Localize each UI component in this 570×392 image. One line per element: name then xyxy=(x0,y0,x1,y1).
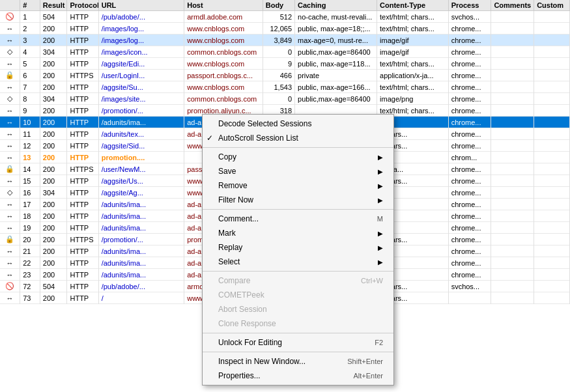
row-custom xyxy=(534,70,570,81)
menu-label-replay: Replay xyxy=(218,243,242,252)
menu-shortcut-properties: Alt+Enter xyxy=(353,372,383,380)
row-num: 19 xyxy=(20,222,40,234)
row-url: /adunits/ima... xyxy=(98,210,184,222)
row-icon-cell: ◇ xyxy=(0,187,20,199)
row-process: chrom... xyxy=(448,152,491,163)
table-row[interactable]: 🔒6200HTTPS/user/LoginI...passport.cnblog… xyxy=(0,70,570,81)
table-row[interactable]: ◇8304HTTP/images/site...common.cnblogs.c… xyxy=(0,93,570,105)
menu-label-mark: Mark xyxy=(218,229,236,238)
table-row[interactable]: ↔7200HTTP/aggsite/Su...www.cnblogs.com1,… xyxy=(0,81,570,93)
row-process: chrome... xyxy=(448,58,491,70)
row-custom xyxy=(534,281,570,292)
col-header-comments[interactable]: Comments xyxy=(491,0,534,11)
row-comments xyxy=(491,117,534,128)
row-custom xyxy=(534,269,570,281)
row-num: 14 xyxy=(20,163,40,175)
row-protocol: HTTP xyxy=(67,187,98,199)
row-url: /adunits/ima... xyxy=(98,257,184,269)
row-icon-cell: ↔ xyxy=(0,35,20,46)
col-header-body[interactable]: Body xyxy=(263,0,294,11)
menu-item-autoscroll[interactable]: ✓AutoScroll Session List xyxy=(203,131,393,145)
menu-item-save[interactable]: Save▶ xyxy=(203,164,393,178)
menu-item-remove[interactable]: Remove▶ xyxy=(203,178,393,193)
context-menu: Decode Selected Sessions✓AutoScroll Sess… xyxy=(202,114,394,385)
row-result: 200 xyxy=(40,210,67,222)
menu-arrow-remove: ▶ xyxy=(378,182,383,189)
row-num: 9 xyxy=(20,105,40,117)
row-comments xyxy=(491,222,534,234)
table-row[interactable]: ↔3200HTTP/images/log...www.cnblogs.com3,… xyxy=(0,35,570,46)
menu-item-clone: Clone Response xyxy=(203,316,393,331)
col-header-result[interactable]: Result xyxy=(40,0,67,11)
row-icon-cell: ◇ xyxy=(0,93,20,105)
row-process: chrome... xyxy=(448,175,491,187)
row-custom xyxy=(534,245,570,257)
table-row[interactable]: ↔5200HTTP/aggsite/Edi...www.cnblogs.com9… xyxy=(0,58,570,70)
row-comments xyxy=(491,199,534,210)
row-result: 200 xyxy=(40,269,67,281)
table-row[interactable]: 🚫1504HTTP/pub/adobe/...armdl.adobe.com51… xyxy=(0,11,570,23)
row-body: 1,543 xyxy=(263,81,294,93)
row-url: /aggsite/Sid... xyxy=(98,140,184,152)
row-url: /adunits/ima... xyxy=(98,222,184,234)
row-protocol: HTTP xyxy=(67,245,98,257)
row-num: 18 xyxy=(20,210,40,222)
row-protocol: HTTP xyxy=(67,117,98,128)
menu-item-mark[interactable]: Mark▶ xyxy=(203,226,393,240)
row-protocol: HTTP xyxy=(67,105,98,117)
menu-checkmark: ✓ xyxy=(207,133,213,143)
row-process: chrome... xyxy=(448,46,491,58)
row-num: 13 xyxy=(20,152,40,163)
row-url: /aggsite/Ag... xyxy=(98,187,184,199)
col-header-content-type[interactable]: Content-Type xyxy=(377,0,449,11)
row-icon-cell: ↔ xyxy=(0,269,20,281)
row-content-type: text/html; chars... xyxy=(377,58,449,70)
row-custom xyxy=(534,187,570,199)
col-header-url[interactable]: URL xyxy=(98,0,184,11)
row-num: 72 xyxy=(20,281,40,292)
col-header-custom[interactable]: Custom xyxy=(534,0,570,11)
col-header-host[interactable]: Host xyxy=(184,0,263,11)
table-header: # Result Protocol URL Host Body Caching … xyxy=(0,0,570,11)
menu-item-comment[interactable]: Comment...M xyxy=(203,212,393,226)
row-icon-cell: ↔ xyxy=(0,257,20,269)
row-url: /pub/adobe/... xyxy=(98,11,184,23)
menu-item-inspect[interactable]: Inspect in New Window...Shift+Enter xyxy=(203,354,393,369)
menu-item-select[interactable]: Select▶ xyxy=(203,255,393,269)
row-url: /adunits/ima... xyxy=(98,117,184,128)
col-header-num[interactable]: # xyxy=(20,0,40,11)
row-comments xyxy=(491,257,534,269)
menu-item-decode-sessions[interactable]: Decode Selected Sessions xyxy=(203,117,393,131)
col-header-caching[interactable]: Caching xyxy=(295,0,377,11)
row-protocol: HTTP xyxy=(67,35,98,46)
row-custom xyxy=(534,234,570,245)
row-num: 16 xyxy=(20,187,40,199)
col-header-process[interactable]: Process xyxy=(448,0,491,11)
row-num: 11 xyxy=(20,128,40,140)
menu-item-properties[interactable]: Properties...Alt+Enter xyxy=(203,369,393,383)
menu-item-replay[interactable]: Replay▶ xyxy=(203,240,393,255)
row-num: 5 xyxy=(20,58,40,70)
menu-label-decode-sessions: Decode Selected Sessions xyxy=(218,119,311,128)
row-comments xyxy=(491,93,534,105)
row-host: www.cnblogs.com xyxy=(184,81,263,93)
menu-label-cometeek: COMETPeek xyxy=(218,290,264,300)
row-url: / xyxy=(98,292,184,304)
row-url: /aggsite/Edi... xyxy=(98,58,184,70)
menu-label-copy: Copy xyxy=(218,152,236,161)
table-row[interactable]: ◇4304HTTP/images/icon...common.cnblogs.c… xyxy=(0,46,570,58)
menu-item-copy[interactable]: Copy▶ xyxy=(203,150,393,164)
row-comments xyxy=(491,187,534,199)
row-protocol: HTTP xyxy=(67,58,98,70)
row-icon-cell: ↔ xyxy=(0,23,20,35)
row-process: svchos... xyxy=(448,11,491,23)
row-custom xyxy=(534,152,570,163)
row-icon-cell: ↔ xyxy=(0,152,20,163)
menu-item-unlock[interactable]: Unlock For EditingF2 xyxy=(203,335,393,350)
table-row[interactable]: ↔2200HTTP/images/log...www.cnblogs.com12… xyxy=(0,23,570,35)
menu-item-filter-now[interactable]: Filter Now▶ xyxy=(203,193,393,207)
row-body: 9 xyxy=(263,58,294,70)
row-host: common.cnblogs.com xyxy=(184,46,263,58)
col-header-protocol[interactable]: Protocol xyxy=(67,0,98,11)
row-result: 200 xyxy=(40,81,67,93)
